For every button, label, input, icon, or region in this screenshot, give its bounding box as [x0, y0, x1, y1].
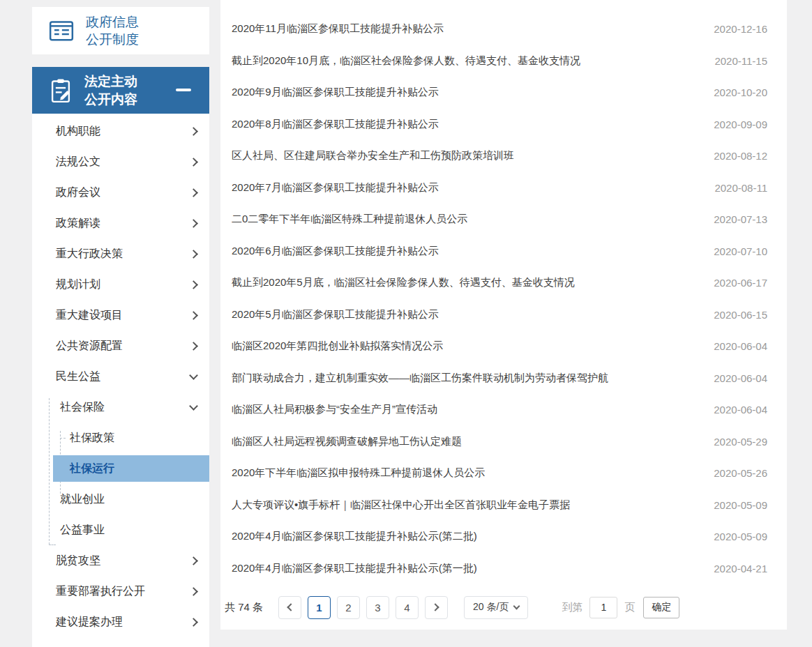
news-title[interactable]: 2020年下半年临淄区拟申报特殊工种提前退休人员公示	[232, 466, 485, 480]
goto-suffix-label: 页	[624, 601, 635, 614]
sidebar-item-guihua-jihua[interactable]: 规划计划	[32, 269, 209, 300]
prev-page-button[interactable]	[278, 596, 301, 619]
sidebar-item-tuopin-gongjian[interactable]: 脱贫攻坚	[32, 545, 209, 576]
chevron-right-icon	[189, 127, 198, 136]
news-row[interactable]: 2020年8月临淄区参保职工技能提升补贴公示2020-09-09	[232, 109, 767, 141]
news-row[interactable]: 临淄区2020年第四批创业补贴拟落实情况公示2020-06-04	[232, 330, 767, 363]
news-row[interactable]: 2020年4月临淄区参保职工技能提升补贴公示(第一批)2020-04-21	[232, 553, 767, 585]
news-title[interactable]: 截止到2020年5月底，临淄区社会保险参保人数、待遇支付、基金收支情况	[232, 276, 575, 289]
news-row[interactable]: 2020年4月临淄区参保职工技能提升补贴公示(第二批)2020-05-09	[232, 521, 767, 553]
news-title[interactable]: 区人社局、区住建局联合举办安全生产和工伤预防政策培训班	[232, 149, 514, 162]
chevron-right-icon	[189, 250, 198, 259]
chevron-right-icon	[189, 556, 198, 565]
news-title[interactable]: 2020年5月临淄区参保职工技能提升补贴公示	[232, 308, 439, 321]
news-title[interactable]: 2020年7月临淄区参保职工技能提升补贴公示	[232, 181, 439, 195]
sidebar-item-label: 就业创业	[60, 492, 105, 507]
sidebar-item-label: 政府会议	[56, 185, 100, 200]
sidebar-item-jianyi-tian-banli[interactable]: 建议提案办理	[32, 607, 209, 637]
news-row[interactable]: 2020年9月临淄区参保职工技能提升补贴公示2020-10-20	[232, 77, 767, 109]
news-row[interactable]: 截止到2020年5月底，临淄区社会保险参保人数、待遇支付、基金收支情况2020-…	[232, 267, 767, 299]
sidebar-item-fagui-gongwen[interactable]: 法规公文	[32, 146, 209, 177]
news-title[interactable]: 二0二零年下半年临淄区特殊工种提前退休人员公示	[232, 213, 467, 226]
sidebar-section-gov-info-disclosure[interactable]: 政府信息 公开制度	[32, 7, 209, 54]
ledger-icon	[47, 17, 75, 45]
chevron-left-icon	[287, 603, 294, 611]
collapse-minus-icon[interactable]	[176, 89, 191, 91]
sidebar-item-zhongyao-bushu-zhixing-gongkai[interactable]: 重要部署执行公开	[32, 576, 209, 607]
news-date: 2020-07-13	[714, 213, 767, 225]
sidebar-section-statutory-disclosure[interactable]: 法定主动 公开内容	[32, 67, 209, 114]
goto-page-group: 到第 页	[562, 597, 635, 618]
sidebar-item-zhengce-jiedu[interactable]: 政策解读	[32, 208, 209, 238]
news-row[interactable]: 2020年5月临淄区参保职工技能提升补贴公示2020-06-15	[232, 299, 767, 331]
page-button-2[interactable]: 2	[337, 596, 360, 619]
confirm-button[interactable]: 确定	[643, 597, 679, 618]
news-title[interactable]: 截止到2020年10月底，临淄区社会保险参保人数、待遇支付、基金收支情况	[232, 54, 580, 68]
page-size-select[interactable]: 20 条/页	[464, 596, 528, 619]
news-row[interactable]: 二0二零年下半年临淄区特殊工种提前退休人员公示2020-07-13	[232, 204, 767, 236]
news-date: 2020-09-09	[714, 119, 767, 130]
news-title[interactable]: 部门联动成合力，建立机制重实效——临淄区工伤案件联动机制为劳动者保驾护航	[232, 372, 608, 385]
news-title[interactable]: 临淄区2020年第四批创业补贴拟落实情况公示	[232, 340, 443, 353]
goto-page-input[interactable]	[589, 597, 617, 618]
sidebar-item-shehui-baoxian[interactable]: 社会保险	[32, 392, 209, 423]
news-row[interactable]: 区人社局、区住建局联合举办安全生产和工伤预防政策培训班2020-08-12	[232, 140, 767, 172]
news-title[interactable]: 临淄区人社局积极参与“安全生产月”宣传活动	[232, 403, 437, 416]
news-list: 2020年11月临淄区参保职工技能提升补贴公示2020-12-16 截止到202…	[220, 0, 787, 584]
news-date: 2020-06-04	[714, 372, 767, 384]
news-date: 2020-06-17	[714, 277, 767, 289]
news-date: 2020-05-09	[714, 499, 767, 511]
sidebar-item-gongyi-shiye[interactable]: 公益事业	[32, 515, 209, 545]
news-date: 2020-12-16	[714, 23, 767, 35]
sidebar-item-zhongda-jianshe-xiangmu[interactable]: 重大建设项目	[32, 300, 209, 330]
news-row[interactable]: 临淄区人社局远程视频调查破解异地工伤认定难题2020-05-29	[232, 426, 767, 458]
sidebar-item-zhongda-xingzheng-juece[interactable]: 重大行政决策	[32, 238, 209, 269]
sidebar-item-jiuye-chuangye[interactable]: 就业创业	[32, 484, 209, 515]
sidebar-item-label: 重大行政决策	[56, 247, 123, 261]
sidebar-item-zhengfu-huiyi[interactable]: 政府会议	[32, 177, 209, 208]
sidebar-item-shebao-yunxing-selected[interactable]: 社保运行	[53, 455, 209, 482]
news-row[interactable]: 部门联动成合力，建立机制重实效——临淄区工伤案件联动机制为劳动者保驾护航2020…	[232, 363, 767, 395]
news-title[interactable]: 2020年8月临淄区参保职工技能提升补贴公示	[232, 118, 439, 131]
news-row[interactable]: 临淄区人社局积极参与“安全生产月”宣传活动2020-06-04	[232, 394, 767, 426]
sidebar-item-label: 公益事业	[60, 523, 105, 538]
sidebar-section-title: 政府信息 公开制度	[86, 13, 139, 48]
news-row[interactable]: 2020年6月临淄区参保职工技能提升补贴公示2020-07-10	[232, 236, 767, 268]
news-row[interactable]: 2020年7月临淄区参保职工技能提升补贴公示2020-08-11	[232, 172, 767, 204]
news-row[interactable]: 截止到2020年10月底，临淄区社会保险参保人数、待遇支付、基金收支情况2020…	[232, 45, 767, 77]
news-title[interactable]: 人大专项评议•旗手标杆｜临淄区社保中心开出全区首张职业年金电子票据	[232, 498, 570, 512]
news-title[interactable]: 2020年11月临淄区参保职工技能提升补贴公示	[232, 22, 444, 36]
sidebar-item-label: 规划计划	[56, 277, 100, 292]
news-title[interactable]: 2020年4月临淄区参保职工技能提升补贴公示(第一批)	[232, 562, 477, 575]
goto-prefix-label: 到第	[562, 601, 582, 614]
next-page-button[interactable]	[425, 596, 448, 619]
news-title[interactable]: 2020年6月临淄区参保职工技能提升补贴公示	[232, 245, 439, 258]
page-button-3[interactable]: 3	[366, 596, 389, 619]
chevron-right-icon	[431, 603, 439, 611]
sidebar-item-minsheng-gongyi[interactable]: 民生公益	[32, 361, 209, 392]
chevron-right-icon	[189, 587, 198, 596]
chevron-right-icon	[189, 188, 198, 197]
chevron-down-icon	[189, 371, 198, 380]
news-row[interactable]: 2020年下半年临淄区拟申报特殊工种提前退休人员公示2020-05-26	[232, 457, 767, 489]
sidebar-item-label: 社会保险	[60, 400, 105, 415]
news-row[interactable]: 人大专项评议•旗手标杆｜临淄区社保中心开出全区首张职业年金电子票据2020-05…	[232, 489, 767, 522]
news-date: 2020-08-11	[714, 182, 767, 194]
page-button-1[interactable]: 1	[308, 596, 331, 619]
sidebar-item-gonggong-ziyuan-peizhi[interactable]: 公共资源配置	[32, 330, 209, 361]
sidebar-item-jigou-zhineng[interactable]: 机构职能	[32, 116, 209, 146]
news-title[interactable]: 2020年9月临淄区参保职工技能提升补贴公示	[232, 86, 439, 99]
sidebar-item-shebao-zhengce[interactable]: 社保政策	[32, 423, 209, 453]
sidebar-item-label: 重大建设项目	[56, 308, 123, 323]
chevron-right-icon	[189, 342, 198, 351]
page-button-4[interactable]: 4	[396, 596, 419, 619]
news-title[interactable]: 2020年4月临淄区参保职工技能提升补贴公示(第二批)	[232, 530, 477, 543]
news-date: 2020-04-21	[714, 563, 767, 574]
news-title[interactable]: 临淄区人社局远程视频调查破解异地工伤认定难题	[232, 435, 462, 448]
sidebar-item-label: 公共资源配置	[56, 339, 123, 353]
news-row[interactable]: 2020年11月临淄区参保职工技能提升补贴公示2020-12-16	[232, 13, 767, 45]
sidebar-item-label: 社保政策	[70, 431, 114, 446]
sidebar-item-label: 社保运行	[70, 462, 114, 476]
chevron-down-icon	[189, 402, 198, 411]
chevron-right-icon	[189, 158, 198, 167]
